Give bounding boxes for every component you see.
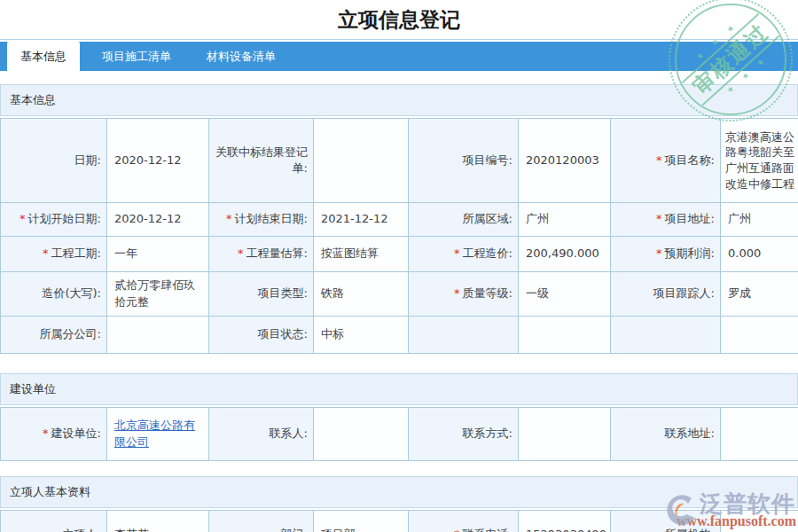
value-project-tracker: 罗成 [721,272,798,317]
label-related-bid-result: 关联中标结果登记单: [209,119,314,203]
value-cost-in-words: 贰拾万零肆佰玖拾元整 [107,272,209,317]
section-construction-unit: 建设单位 *建设单位: 北京高速公路有限公司 联系人: 联系方式: 联系地址: [0,373,798,461]
label-cost-in-words: 造价(大写): [1,272,107,317]
table-row: 所属分公司: 项目状态: 中标 [1,317,798,354]
label-construction-unit: *建设单位: [1,408,107,461]
value-related-bid-result [314,119,409,203]
table-row: 日期: 2020-12-12 关联中标结果登记单: 项目编号: 20201200… [1,119,798,203]
label-quantity-estimate: *工程量估算: [209,237,314,272]
label-project-duration: *工程工期: [1,237,107,272]
tab-bar: 基本信息 项目施工清单 材料设备清单 [0,42,798,71]
value-date: 2020-12-12 [107,119,209,203]
value-contact-phone: 15293030490 [519,511,611,532]
label-date: 日期: [1,119,107,203]
label-project-name: *项目名称: [611,119,721,203]
label-contact-address: 联系地址: [611,408,721,461]
required-asterisk: * [454,246,460,260]
required-asterisk: * [20,212,26,225]
value-branch-company [107,317,209,354]
tabbar-topline [0,39,798,40]
construction-unit-link[interactable]: 北京高速公路有限公司 [114,419,195,448]
label-plan-end-date: *计划结束日期: [209,203,314,237]
value-contact-address [721,408,798,461]
required-asterisk: * [43,246,49,260]
value-project-type: 铁路 [314,272,409,317]
table-row: *计划开始日期: 2020-12-12 *计划结束日期: 2021-12-12 … [1,203,798,237]
basic-info-table: 日期: 2020-12-12 关联中标结果登记单: 项目编号: 20201200… [0,118,798,354]
section-construction-unit-title: 建设单位 [0,373,798,405]
label-project-cost: *工程造价: [409,237,519,272]
label-project-number: 项目编号: [409,119,519,203]
label-project-tracker: 项目跟踪人: [611,272,721,317]
section-founder-info: 立项人基本资料 立项人: 李若若 部门: 项目部 *联系电话: 15293030… [0,476,798,532]
label-contact-person: 联系人: [209,408,314,461]
required-asterisk: * [43,426,49,440]
label-project-type: 项目类型: [209,272,314,317]
founder-info-table: 立项人: 李若若 部门: 项目部 *联系电话: 15293030490 所属机构… [0,510,798,532]
section-basic-info-title: 基本信息 [0,84,798,116]
required-asterisk: * [454,286,460,300]
tab-basic-info[interactable]: 基本信息 [7,42,80,71]
label-project-status: 项目状态: [209,317,314,354]
tab-material-equipment-list[interactable]: 材料设备清单 [193,42,289,71]
table-row: 立项人: 李若若 部门: 项目部 *联系电话: 15293030490 所属机构… [1,511,798,532]
section-basic-info: 基本信息 日期: 2020-12-12 关联中标结果登记单: 项目编号: 202… [0,84,798,354]
label-contact-phone: *联系电话: [409,511,519,532]
label-quality-grade: *质量等级: [409,272,519,317]
required-asterisk: * [238,246,244,260]
value-construction-unit: 北京高速公路有限公司 [107,408,209,461]
value-expected-profit: 0.000 [721,237,798,272]
value-project-cost: 200,490.000 [519,237,611,272]
value-quantity-estimate: 按蓝图结算 [314,237,409,272]
label-project-address: *项目地址: [611,203,721,237]
value-founder: 李若若 [107,511,209,532]
page-title: 立项信息登记 [0,6,798,33]
required-asterisk: * [656,212,662,225]
empty-label-cell [611,317,721,354]
value-project-number: 2020120003 [519,119,611,203]
tab-construction-list[interactable]: 项目施工清单 [89,42,184,71]
empty-label-cell [409,317,519,354]
value-organization [721,511,798,532]
label-expected-profit: *预期利润: [611,237,721,272]
construction-unit-table: *建设单位: 北京高速公路有限公司 联系人: 联系方式: 联系地址: [0,407,798,461]
value-plan-end-date: 2021-12-12 [314,203,409,237]
value-contact-person [314,408,409,461]
required-asterisk: * [454,528,460,532]
label-organization: 所属机构: [611,511,721,532]
label-founder: 立项人: [1,511,107,532]
label-branch-company: 所属分公司: [1,317,107,354]
value-contact-method [519,408,611,461]
label-plan-start-date: *计划开始日期: [1,203,107,237]
value-project-address: 广州 [721,203,798,237]
table-row: *工程工期: 一年 *工程量估算: 按蓝图结算 *工程造价: 200,490.0… [1,237,798,272]
value-project-status: 中标 [314,317,409,354]
empty-value-cell [721,317,798,354]
value-project-name: 京港澳高速公路粤境韶关至广州互通路面改造中修工程 [721,119,798,203]
label-department: 部门: [209,511,314,532]
value-department: 项目部 [314,511,409,532]
label-contact-method: 联系方式: [409,408,519,461]
empty-value-cell [519,317,611,354]
value-region: 广州 [519,203,611,237]
section-founder-info-title: 立项人基本资料 [0,476,798,508]
required-asterisk: * [656,246,662,260]
table-row: 造价(大写): 贰拾万零肆佰玖拾元整 项目类型: 铁路 *质量等级: 一级 项目… [1,272,798,317]
table-row: *建设单位: 北京高速公路有限公司 联系人: 联系方式: 联系地址: [1,408,798,461]
value-quality-grade: 一级 [519,272,611,317]
value-project-duration: 一年 [107,237,209,272]
value-plan-start-date: 2020-12-12 [107,203,209,237]
required-asterisk: * [656,153,662,167]
label-region: 所属区域: [409,203,519,237]
required-asterisk: * [226,212,232,225]
